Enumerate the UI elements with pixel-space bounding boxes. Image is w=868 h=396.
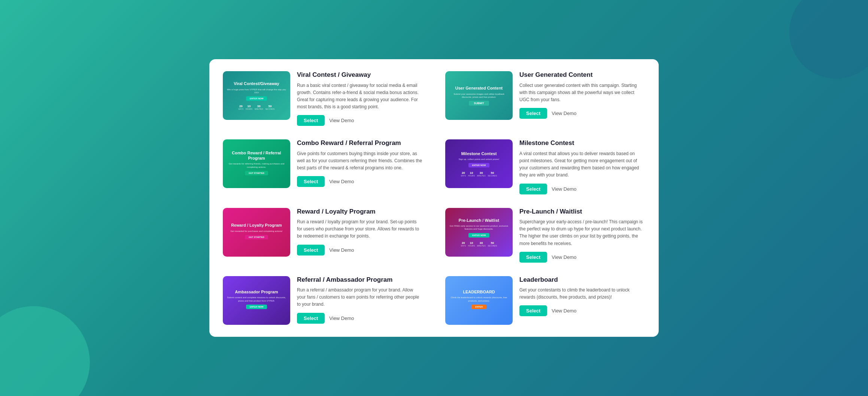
counter-item: 10HOURS — [468, 171, 475, 177]
campaign-item-pre-launch: Pre-Launch / WaitlistGet FREE early acce… — [445, 208, 645, 263]
counter-item: 30MINUTES — [255, 105, 263, 110]
select-button-viral-contest[interactable]: Select — [297, 115, 325, 126]
thumb-btn-combo-reward[interactable]: GET STARTED — [245, 171, 268, 175]
campaign-item-ambassador: Ambassador ProgramSubmit content and com… — [223, 276, 423, 325]
thumb-title-leaderboard: LEADERBOARD — [459, 289, 499, 294]
counter-item: 10HOURS — [468, 241, 475, 247]
thumb-counter-milestone: 20DAYS10HOURS30MINUTES50SECONDS — [461, 171, 497, 177]
thumb-counter-pre-launch: 20DAYS10HOURS30MINUTES50SECONDS — [461, 241, 497, 247]
view-demo-button-ambassador[interactable]: View Demo — [329, 315, 354, 321]
counter-item: 50SECONDS — [488, 241, 497, 247]
select-button-pre-launch[interactable]: Select — [519, 252, 547, 263]
campaign-thumb-reward-loyalty: Reward / Loyalty ProgramGet rewarded for… — [223, 208, 290, 257]
campaign-thumb-pre-launch: Pre-Launch / WaitlistGet FREE early acce… — [445, 208, 513, 257]
campaign-title-ambassador: Referral / Ambassador Program — [297, 276, 423, 284]
thumb-subtitle-viral-contest: Win a huge prize from VYPER that will ch… — [223, 88, 290, 94]
counter-item: 20DAYS — [461, 171, 466, 177]
campaign-info-reward-loyalty: Reward / Loyalty ProgramRun a reward / l… — [297, 208, 423, 256]
campaign-actions-ugc: SelectView Demo — [519, 108, 645, 119]
view-demo-button-ugc[interactable]: View Demo — [552, 111, 576, 116]
campaigns-grid: Viral Contest/GiveawayWin a huge prize f… — [223, 71, 645, 324]
campaign-info-ugc: User Generated ContentCollect user gener… — [519, 71, 645, 119]
thumb-title-pre-launch: Pre-Launch / Waitlist — [455, 218, 503, 223]
campaign-thumb-leaderboard: LEADERBOARDClimb the leaderboard to unlo… — [445, 276, 513, 325]
campaign-thumb-viral-contest: Viral Contest/GiveawayWin a huge prize f… — [223, 71, 290, 120]
campaign-thumb-ugc: User Generated ContentSubmit your awesom… — [445, 71, 513, 120]
campaign-desc-reward-loyalty: Run a reward / loyalty program for your … — [297, 218, 423, 240]
counter-item: 20DAYS — [239, 105, 243, 110]
campaign-actions-leaderboard: SelectView Demo — [519, 305, 645, 316]
campaign-actions-milestone: SelectView Demo — [519, 184, 645, 194]
thumb-subtitle-pre-launch: Get FREE early access to our awesome pro… — [445, 224, 513, 231]
campaign-actions-ambassador: SelectView Demo — [297, 313, 423, 324]
counter-item: 10HOURS — [246, 105, 252, 110]
campaign-info-ambassador: Referral / Ambassador ProgramRun a refer… — [297, 276, 423, 324]
campaign-desc-ugc: Collect user generated content with this… — [519, 82, 645, 104]
campaign-actions-combo-reward: SelectView Demo — [297, 176, 423, 187]
campaign-item-viral-contest: Viral Contest/GiveawayWin a huge prize f… — [223, 71, 423, 126]
thumb-btn-leaderboard[interactable]: ENTER — [471, 305, 486, 309]
select-button-leaderboard[interactable]: Select — [519, 305, 547, 316]
campaign-item-ugc: User Generated ContentSubmit your awesom… — [445, 71, 645, 126]
thumb-subtitle-combo-reward: Get rewards for referring friends, makin… — [223, 162, 290, 169]
view-demo-button-viral-contest[interactable]: View Demo — [329, 118, 354, 123]
campaign-title-milestone: Milestone Contest — [519, 139, 645, 147]
campaign-title-ugc: User Generated Content — [519, 71, 645, 79]
select-button-reward-loyalty[interactable]: Select — [297, 245, 325, 256]
thumb-subtitle-milestone: Sign up, collect points and unlock prize… — [456, 158, 502, 161]
campaign-actions-viral-contest: SelectView Demo — [297, 115, 423, 126]
view-demo-button-pre-launch[interactable]: View Demo — [552, 254, 576, 260]
campaign-item-combo-reward: Combo Reward / Referral ProgramGet rewar… — [223, 139, 423, 194]
thumb-btn-ugc[interactable]: SUBMIT — [469, 101, 489, 106]
main-card: Viral Contest/GiveawayWin a huge prize f… — [209, 59, 659, 336]
thumb-btn-ambassador[interactable]: ENTER NOW — [246, 305, 267, 309]
view-demo-button-milestone[interactable]: View Demo — [552, 186, 576, 192]
thumb-title-ugc: User Generated Content — [452, 85, 507, 91]
thumb-subtitle-ambassador: Submit content and complete missions to … — [223, 296, 290, 302]
select-button-ugc[interactable]: Select — [519, 108, 547, 119]
campaign-info-combo-reward: Combo Reward / Referral ProgramGive poin… — [297, 139, 423, 187]
campaign-desc-pre-launch: Supercharge your early-access / pre-laun… — [519, 218, 645, 247]
campaign-desc-combo-reward: Give points for customers buying things … — [297, 150, 423, 172]
counter-item: 20DAYS — [461, 241, 466, 247]
campaign-info-milestone: Milestone ContestA viral contest that al… — [519, 139, 645, 194]
campaign-desc-ambassador: Run a referral / ambassador program for … — [297, 287, 423, 308]
campaign-desc-viral-contest: Run a basic viral contest / giveaway for… — [297, 82, 423, 111]
campaign-item-leaderboard: LEADERBOARDClimb the leaderboard to unlo… — [445, 276, 645, 325]
thumb-btn-reward-loyalty[interactable]: GET STARTED — [245, 235, 268, 239]
campaign-thumb-milestone: Milestone ContestSign up, collect points… — [445, 139, 513, 188]
view-demo-button-combo-reward[interactable]: View Demo — [329, 179, 354, 184]
campaign-desc-milestone: A viral contest that allows you to deliv… — [519, 150, 645, 179]
thumb-title-ambassador: Ambassador Program — [231, 289, 282, 294]
campaign-title-viral-contest: Viral Contest / Giveaway — [297, 71, 423, 79]
view-demo-button-reward-loyalty[interactable]: View Demo — [329, 247, 354, 253]
thumb-title-reward-loyalty: Reward / Loyalty Program — [227, 223, 286, 228]
counter-item: 30MINUTES — [477, 241, 486, 247]
campaign-thumb-combo-reward: Combo Reward / Referral ProgramGet rewar… — [223, 139, 290, 188]
select-button-combo-reward[interactable]: Select — [297, 176, 325, 187]
thumb-btn-pre-launch[interactable]: ENTER NOW — [468, 233, 490, 238]
select-button-milestone[interactable]: Select — [519, 184, 547, 194]
campaign-title-leaderboard: Leaderboard — [519, 276, 645, 284]
campaign-title-combo-reward: Combo Reward / Referral Program — [297, 139, 423, 147]
campaign-thumb-ambassador: Ambassador ProgramSubmit content and com… — [223, 276, 290, 325]
campaign-item-milestone: Milestone ContestSign up, collect points… — [445, 139, 645, 194]
thumb-title-viral-contest: Viral Contest/Giveaway — [230, 81, 283, 86]
thumb-btn-viral-contest[interactable]: ENTER NOW — [246, 96, 267, 101]
thumb-title-milestone: Milestone Contest — [458, 151, 501, 156]
campaign-actions-pre-launch: SelectView Demo — [519, 252, 645, 263]
thumb-subtitle-leaderboard: Climb the leaderboard to unlock rewards … — [445, 296, 513, 302]
campaign-actions-reward-loyalty: SelectView Demo — [297, 245, 423, 256]
campaign-title-reward-loyalty: Reward / Loyalty Program — [297, 208, 423, 215]
thumb-title-combo-reward: Combo Reward / Referral Program — [223, 150, 290, 161]
counter-item: 50SECONDS — [488, 171, 497, 177]
thumb-subtitle-reward-loyalty: Get rewarded for purchases and completin… — [227, 230, 285, 233]
thumb-subtitle-ugc: Submit your awesome images and utilise l… — [445, 93, 513, 99]
campaign-item-reward-loyalty: Reward / Loyalty ProgramGet rewarded for… — [223, 208, 423, 263]
select-button-ambassador[interactable]: Select — [297, 313, 325, 324]
campaign-info-pre-launch: Pre-Launch / WaitlistSupercharge your ea… — [519, 208, 645, 263]
campaign-info-viral-contest: Viral Contest / GiveawayRun a basic vira… — [297, 71, 423, 126]
thumb-counter-viral-contest: 20DAYS10HOURS30MINUTES50SECONDS — [239, 105, 275, 110]
view-demo-button-leaderboard[interactable]: View Demo — [552, 308, 576, 314]
thumb-btn-milestone[interactable]: ENTER NOW — [468, 163, 490, 167]
